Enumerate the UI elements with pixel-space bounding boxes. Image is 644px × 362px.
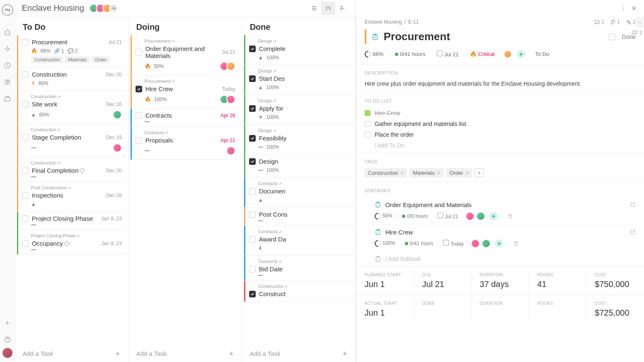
open-external-icon[interactable] xyxy=(630,229,636,235)
add-tag-button[interactable]: + xyxy=(475,168,484,177)
card-checkbox[interactable] xyxy=(22,101,29,108)
assignee-avatar[interactable] xyxy=(504,50,512,58)
side-comments-tab[interactable]: 2 xyxy=(632,30,642,36)
task-card[interactable]: Project Closing Phase >OccupancyJan 9, 2… xyxy=(17,230,127,255)
tag-chip[interactable]: Materials× xyxy=(409,168,443,178)
card-checkbox[interactable] xyxy=(136,86,142,92)
task-card[interactable]: Contracts >ProposalsApr 21 xyxy=(131,127,240,160)
done-toggle[interactable]: Done xyxy=(609,34,636,40)
card-checkbox[interactable] xyxy=(249,236,256,243)
delete-icon[interactable] xyxy=(507,213,513,219)
priority-metric[interactable]: 🔥 Critical xyxy=(470,51,494,57)
tag-chip[interactable]: Order× xyxy=(446,168,472,178)
todo-item[interactable]: Gather equipment and materials list. xyxy=(365,118,636,129)
progress-metric[interactable]: 68% xyxy=(365,51,384,58)
task-card[interactable]: Contracts >Award Da⬇ xyxy=(244,226,354,256)
todo-checkbox[interactable] xyxy=(365,121,370,127)
card-checkbox[interactable] xyxy=(249,135,256,142)
card-checkbox[interactable] xyxy=(22,71,29,78)
task-card[interactable]: Design >Feasibility100% xyxy=(244,125,354,154)
card-checkbox[interactable] xyxy=(22,215,29,222)
more-icon[interactable] xyxy=(620,5,627,12)
date-metric[interactable]: Jul 21 xyxy=(437,51,459,58)
todo-item[interactable]: Place the order xyxy=(365,129,636,140)
task-card[interactable]: Construction >Construct xyxy=(244,280,354,302)
card-checkbox[interactable] xyxy=(249,291,256,297)
add-todo-input[interactable]: / Add To Do xyxy=(365,140,636,149)
task-card[interactable]: Design >Apply for▼100% xyxy=(244,95,354,125)
board-view-button[interactable] xyxy=(321,2,335,15)
add-assignee-button[interactable]: + xyxy=(517,50,525,58)
card-checkbox[interactable] xyxy=(249,266,256,273)
card-checkbox[interactable] xyxy=(22,240,29,247)
task-card[interactable]: Design >Start Des▲100% xyxy=(244,65,354,95)
task-card[interactable]: Project Closing PhaseJan 9, 23 xyxy=(17,212,127,230)
card-checkbox[interactable] xyxy=(136,137,142,144)
task-card[interactable]: ContractsApr 26 xyxy=(131,109,240,127)
tag-remove-icon[interactable]: × xyxy=(401,170,404,176)
card-checkbox[interactable] xyxy=(22,134,29,141)
user-avatar[interactable] xyxy=(2,348,12,358)
app-logo[interactable]: PM xyxy=(2,4,13,16)
task-card[interactable]: Design100% xyxy=(244,154,354,178)
todo-checkbox[interactable] xyxy=(365,132,370,138)
add-assignee-button[interactable]: + xyxy=(495,239,503,248)
card-checkbox[interactable] xyxy=(22,167,29,174)
card-checkbox[interactable] xyxy=(249,75,256,82)
subtasks-count[interactable]: 2 xyxy=(626,19,636,25)
subtask-item[interactable]: Hire Crew 100%·0/41 hours·Today·+· xyxy=(365,224,636,251)
close-icon[interactable] xyxy=(631,5,637,12)
card-checkbox[interactable] xyxy=(249,158,256,165)
card-checkbox[interactable] xyxy=(136,49,142,56)
list-view-button[interactable] xyxy=(307,2,321,15)
status-metric[interactable]: To Do xyxy=(535,51,549,57)
task-title[interactable]: Procurement xyxy=(384,30,604,43)
task-card[interactable]: ProcurementJul 21🔥68%🔗 1💬 2ConstructionM… xyxy=(17,35,127,68)
card-checkbox[interactable] xyxy=(22,192,29,199)
subtask-item[interactable]: Order Equipment and Materials 50%·0/0 ho… xyxy=(365,197,636,224)
hours-metric[interactable]: 0/41 hours xyxy=(395,51,425,57)
task-card[interactable]: Construction >Final CompletionDec 20 xyxy=(17,157,127,182)
open-external-icon[interactable] xyxy=(630,202,636,208)
clock-icon[interactable] xyxy=(3,61,12,70)
add-task-button[interactable]: Add a Task xyxy=(129,345,242,362)
home-icon[interactable] xyxy=(3,28,12,36)
card-checkbox[interactable] xyxy=(22,39,29,46)
project-members[interactable]: +4 xyxy=(89,4,118,13)
people-icon[interactable] xyxy=(3,78,12,86)
card-checkbox[interactable] xyxy=(249,46,256,52)
todo-checkbox[interactable] xyxy=(365,110,370,116)
card-checkbox[interactable] xyxy=(249,188,256,195)
task-card[interactable]: Procurement >Order Equipment and Materia… xyxy=(131,35,240,75)
collapse-icon[interactable]: ‹‹ xyxy=(636,17,644,27)
todo-item[interactable]: Hire Crew xyxy=(365,108,636,118)
card-checkbox[interactable] xyxy=(136,112,142,119)
tag-remove-icon[interactable]: × xyxy=(437,170,441,176)
task-card[interactable]: Construction >Stage CompletionDec 19 xyxy=(17,124,127,157)
task-card[interactable]: Post Construction >InspectionsDec 28▲ xyxy=(17,182,127,212)
add-assignee-button[interactable]: + xyxy=(489,212,498,220)
gantt-view-button[interactable] xyxy=(335,2,349,15)
task-card[interactable]: Construction >Site workDec 16▲60% xyxy=(17,91,127,124)
task-card[interactable]: Procurement >Hire CrewToday🔥100% xyxy=(131,75,240,109)
tag-remove-icon[interactable]: × xyxy=(466,170,469,176)
attachments-count[interactable]: 1 xyxy=(610,19,620,25)
briefcase-icon[interactable] xyxy=(3,94,12,103)
tag-chip[interactable]: Construction× xyxy=(365,168,407,178)
task-card[interactable]: Contracts >Bid Date xyxy=(244,256,354,280)
task-card[interactable]: Post Cons xyxy=(244,208,354,226)
breadcrumb-project[interactable]: Enclave Housing xyxy=(365,19,402,25)
task-card[interactable]: Design >Complete▲100% xyxy=(244,35,354,65)
activity-icon[interactable] xyxy=(3,45,12,53)
add-task-button[interactable]: Add a Task xyxy=(15,345,128,362)
add-task-button[interactable]: Add a Task xyxy=(242,345,356,362)
help-icon[interactable] xyxy=(3,335,12,344)
add-subtask-input[interactable]: / Add Subtask xyxy=(365,251,636,262)
delete-icon[interactable] xyxy=(513,241,519,246)
card-checkbox[interactable] xyxy=(249,105,256,112)
comments-count[interactable]: 2 xyxy=(594,19,604,25)
description-text[interactable]: Hire crew plus order equipment and mater… xyxy=(365,80,636,88)
task-card[interactable]: ConstructionDec 20⬆60% xyxy=(17,68,127,91)
card-checkbox[interactable] xyxy=(249,211,256,218)
add-icon[interactable] xyxy=(3,319,12,327)
